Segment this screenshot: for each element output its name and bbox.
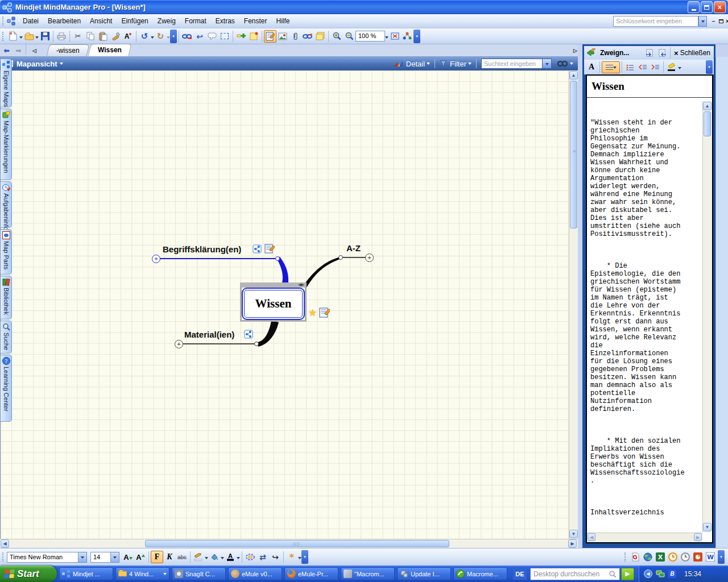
boundary-button[interactable] <box>244 551 257 563</box>
copy-note-icon[interactable] <box>643 47 656 59</box>
scroll-left-button[interactable]: ◀ <box>1 539 9 548</box>
relationship-button[interactable]: ↪ <box>269 551 282 563</box>
multimap-button[interactable] <box>401 30 413 43</box>
bold-button[interactable]: F <box>151 551 163 563</box>
sticky-notes-button[interactable] <box>314 30 326 43</box>
expand-node-begriff[interactable]: + <box>152 255 160 263</box>
desktop-search-input[interactable]: Desktop durchsuchen <box>530 568 620 580</box>
add-note-button[interactable] <box>247 30 260 43</box>
fill-color-button[interactable] <box>208 551 221 563</box>
highlighter-dropdown[interactable] <box>678 67 681 71</box>
language-indicator[interactable]: DE <box>513 568 527 580</box>
grow-font-button[interactable]: A <box>134 551 147 563</box>
map-canvas[interactable]: + + + Begriffsklärung(en) A-Z Material(i… <box>0 70 569 539</box>
print-button[interactable] <box>55 30 68 43</box>
doc-minimize-button[interactable]: – <box>710 18 717 25</box>
find-dropdown[interactable] <box>570 63 573 66</box>
attachment-button[interactable] <box>289 30 301 43</box>
expand-node-az[interactable]: + <box>365 253 374 262</box>
doc-restore-button[interactable] <box>717 18 725 25</box>
toolbar-grip[interactable] <box>2 16 5 26</box>
filter-button[interactable]: Filter <box>450 60 466 68</box>
sidetab-learning-center[interactable]: ? Learning Center <box>1 355 12 422</box>
toolbar-grip[interactable] <box>2 552 5 562</box>
note-scroll-left[interactable]: ◀ <box>588 533 595 541</box>
tab-wissen-old[interactable]: -wissen <box>46 44 89 56</box>
branch-handle-material[interactable] <box>254 342 259 346</box>
menu-zweig[interactable]: Zweig <box>153 15 180 27</box>
branch-material-label[interactable]: Material(ien) <box>184 330 234 339</box>
note-scroll-down[interactable]: ▼ <box>703 523 712 531</box>
note-vertical-scrollbar[interactable]: ▲ ▼ <box>702 101 712 532</box>
toolbar-options-button[interactable]: ▾ <box>170 30 177 43</box>
format-toolbar-overflow[interactable]: ▾ <box>301 550 308 564</box>
font-size-dropdown[interactable] <box>111 552 119 563</box>
branch-begriffsklaerung[interactable]: Begriffsklärung(en) <box>163 244 241 254</box>
zoom-level-input[interactable]: 100 % <box>355 31 385 41</box>
export-web-button[interactable] <box>642 551 654 563</box>
panel-close-label[interactable]: Schließen <box>680 49 710 57</box>
note-scroll-up[interactable]: ▲ <box>703 102 712 110</box>
branch-handle-begriff[interactable] <box>275 256 280 261</box>
undo-button[interactable]: ↺ <box>138 30 151 43</box>
send-to-topic-icon[interactable] <box>585 48 595 57</box>
callout-button[interactable] <box>206 30 218 43</box>
scroll-right-button[interactable]: ▶ <box>568 539 577 548</box>
align-topics-button[interactable]: * <box>286 551 298 563</box>
group-dropdown[interactable] <box>163 573 167 577</box>
new-document-button[interactable] <box>7 30 19 43</box>
font-family-dropdown[interactable] <box>78 552 87 563</box>
open-button[interactable] <box>23 30 35 43</box>
arrange-arrows-button[interactable]: ⇄ <box>257 551 269 563</box>
star-icon[interactable]: ★ <box>308 307 317 318</box>
detail-button[interactable]: Detail <box>406 60 425 68</box>
notes-button[interactable] <box>264 30 276 43</box>
central-topic[interactable]: Wissen <box>242 288 305 320</box>
copy-button[interactable] <box>84 30 97 43</box>
notes-icon-central[interactable] <box>319 307 330 318</box>
menu-fenster[interactable]: Fenster <box>239 15 272 27</box>
font-color-button[interactable]: A <box>224 551 237 563</box>
note-scroll-right[interactable]: ▶ <box>694 533 702 541</box>
bullet-list-button[interactable] <box>624 61 636 73</box>
indent-button[interactable] <box>649 61 661 73</box>
toolbar-grip[interactable] <box>2 32 5 41</box>
panel-toolbar-overflow[interactable]: ▾ <box>706 60 713 74</box>
branch-az[interactable]: A-Z <box>346 243 361 253</box>
search-go-button[interactable]: ▶ <box>621 568 634 580</box>
export-word-button[interactable]: W <box>704 551 717 563</box>
pen-color-button[interactable] <box>192 551 205 563</box>
notes-editor[interactable]: Wissen "Wissen steht in der griechischen… <box>586 74 713 543</box>
tab-scroll-right[interactable]: ▷ <box>570 45 580 55</box>
vertical-scroll-thumb[interactable] <box>570 81 577 228</box>
map-part-icon-begriff[interactable] <box>253 244 262 253</box>
sidetab-map-markierungen[interactable]: Map-Markierungen <box>1 109 12 180</box>
timer-clock-button[interactable] <box>679 551 692 563</box>
central-topic-selection-frame[interactable]: ◀▶ Wissen <box>240 282 307 322</box>
scroll-down-button[interactable]: ▼ <box>569 530 578 538</box>
font-family-select[interactable]: Times New Roman <box>7 552 78 563</box>
taskbtn-macromedia-doc[interactable]: "Macrom... <box>341 567 395 580</box>
keyword-input[interactable]: Schlüsselwort eingeben <box>613 16 698 27</box>
font-button[interactable]: A <box>585 61 598 73</box>
font-size-select[interactable]: 14 <box>90 552 111 563</box>
menu-ansicht[interactable]: Ansicht <box>85 15 117 27</box>
minimize-button[interactable] <box>688 1 700 13</box>
hide-icons-chevron[interactable]: ◀ <box>644 569 652 578</box>
export-powerpoint-button[interactable] <box>692 551 704 563</box>
keyword-dropdown[interactable] <box>698 16 707 27</box>
font-color-dropdown[interactable] <box>237 557 240 561</box>
filter-dropdown[interactable] <box>468 63 471 66</box>
taskbtn-update[interactable]: Update I... <box>397 567 451 580</box>
format-painter-button[interactable] <box>109 30 122 43</box>
map-part-icon-material[interactable] <box>244 330 253 339</box>
font-tools-button[interactable]: A <box>122 30 134 43</box>
nav-back-button[interactable]: ⬅ <box>2 45 11 55</box>
taskbtn-mindjet[interactable]: Mindjet ... <box>59 567 113 580</box>
taskbtn-windows-group[interactable]: 4 Wind... <box>115 567 169 580</box>
notes-icon-begriff[interactable] <box>264 244 275 253</box>
italic-button[interactable]: K <box>163 551 176 563</box>
note-scroll-thumb[interactable] <box>704 111 711 136</box>
strikethrough-button[interactable]: abc <box>176 551 188 563</box>
menu-format[interactable]: Format <box>180 15 211 27</box>
